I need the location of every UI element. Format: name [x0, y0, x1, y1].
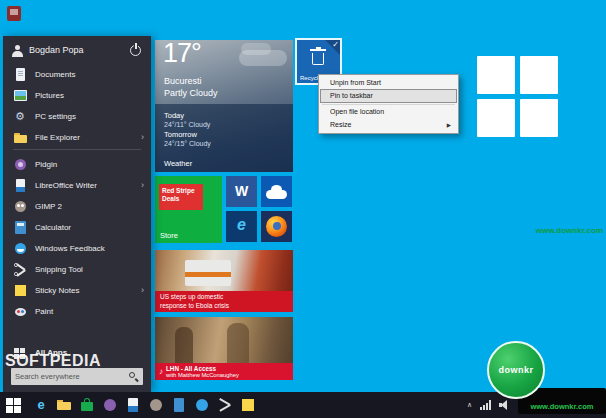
- start-menu-item-paint[interactable]: Paint: [3, 301, 151, 322]
- context-menu-item-unpin-from-start[interactable]: Unpin from Start: [321, 77, 456, 90]
- taskbar-file-explorer-icon[interactable]: [55, 396, 73, 414]
- taskbar-store-icon[interactable]: [78, 396, 96, 414]
- search-icon[interactable]: [128, 371, 140, 383]
- taskbar-libreoffice-writer-icon[interactable]: [124, 396, 142, 414]
- windows-logo-pane: [477, 99, 515, 137]
- watermark-downkr-logo: downkr: [487, 341, 545, 399]
- music-tile[interactable]: ♪ LHN - All Access with Matthew McConaug…: [155, 317, 293, 380]
- music-caption-banner: ♪ LHN - All Access with Matthew McConaug…: [155, 363, 293, 380]
- weather-app-label: Weather: [164, 159, 192, 168]
- snipping-tool-icon: [14, 263, 27, 276]
- user-avatar-icon: [11, 44, 24, 57]
- start-menu-item-libreoffice-writer[interactable]: LibreOffice Writer ›: [3, 175, 151, 196]
- start-button[interactable]: [6, 398, 21, 413]
- onedrive-cloud-icon: [266, 190, 287, 199]
- start-menu-item-label: Paint: [35, 301, 53, 322]
- start-menu-item-file-explorer[interactable]: File Explorer ›: [3, 127, 151, 148]
- chevron-right-icon[interactable]: ›: [141, 127, 144, 148]
- word-icon: W: [226, 183, 257, 199]
- desktop-icon[interactable]: [7, 6, 21, 21]
- ie-letter: e: [32, 397, 50, 412]
- start-menu-item-calculator[interactable]: Calculator: [3, 217, 151, 238]
- volume-icon[interactable]: [499, 400, 510, 410]
- context-menu-item-label: Unpin from Start: [330, 79, 381, 86]
- taskbar-sticky-notes-icon[interactable]: [239, 396, 257, 414]
- start-menu-item-label: Documents: [35, 64, 75, 85]
- search-input[interactable]: [11, 368, 128, 385]
- forecast-tomorrow-label: Tomorrow: [164, 130, 293, 139]
- watermark-softpedia: SOFTPEDIA: [5, 352, 101, 370]
- start-menu-item-gimp[interactable]: GIMP 2: [3, 196, 151, 217]
- start-menu-item-pidgin[interactable]: Pidgin: [3, 154, 151, 175]
- taskbar-gimp-icon[interactable]: [147, 396, 165, 414]
- weather-temperature: 17°: [163, 40, 201, 69]
- context-menu-item-open-file-location[interactable]: Open file location: [321, 106, 456, 119]
- start-menu-item-sticky-notes[interactable]: Sticky Notes ›: [3, 280, 151, 301]
- weather-tile[interactable]: 17° Bucuresti Partly Cloudy Today 24°/11…: [155, 40, 293, 172]
- music-photo-shape: [175, 327, 193, 367]
- taskbar-internet-explorer-icon[interactable]: e: [32, 396, 50, 414]
- windows-logo-pane: [520, 99, 558, 137]
- documents-icon: [14, 68, 27, 81]
- start-menu-item-label: Windows Feedback: [35, 238, 105, 259]
- context-menu-item-label: Pin to taskbar: [330, 92, 373, 99]
- forecast-today-label: Today: [164, 111, 293, 120]
- taskbar-pidgin-icon[interactable]: [101, 396, 119, 414]
- check-icon: ✓: [332, 40, 339, 49]
- chevron-right-icon[interactable]: ›: [141, 175, 144, 196]
- taskbar-calculator-icon[interactable]: [170, 396, 188, 414]
- network-icon[interactable]: [480, 400, 491, 410]
- gimp-icon: [14, 200, 27, 213]
- weather-condition: Partly Cloudy: [164, 88, 218, 98]
- start-icon-pane: [6, 398, 13, 405]
- start-menu-item-documents[interactable]: Documents: [3, 64, 151, 85]
- tile-context-menu: Unpin from Start Pin to taskbar Open fil…: [318, 74, 459, 134]
- context-menu-item-pin-to-taskbar[interactable]: Pin to taskbar: [321, 90, 456, 103]
- start-menu-item-label: Calculator: [35, 217, 71, 238]
- internet-explorer-tile[interactable]: e: [226, 211, 257, 242]
- gear-icon: ⚙: [15, 110, 25, 123]
- store-tile[interactable]: Red Stripe Deals Store: [155, 176, 222, 243]
- paint-icon: [14, 305, 27, 318]
- music-caption-line: LHN - All Access: [166, 365, 239, 372]
- context-menu-item-label: Open file location: [330, 108, 384, 115]
- tray-chevron-up-icon[interactable]: ∧: [467, 401, 472, 409]
- pidgin-icon: [14, 158, 27, 171]
- store-promo-banner: Red Stripe Deals: [159, 184, 203, 210]
- start-menu-item-label: Snipping Tool: [35, 259, 83, 280]
- context-menu-item-resize[interactable]: Resize ▶: [321, 119, 456, 132]
- windows-wallpaper-logo: [477, 56, 558, 137]
- start-menu-item-label: PC settings: [35, 106, 76, 127]
- chevron-right-icon[interactable]: ›: [141, 280, 144, 301]
- news-headline-banner: US steps up domestic response to Ebola c…: [155, 291, 293, 312]
- power-button[interactable]: [130, 43, 143, 56]
- user-account-button[interactable]: Bogdan Popa: [11, 42, 84, 58]
- start-icon-pane: [6, 406, 13, 413]
- start-menu-item-pictures[interactable]: Pictures: [3, 85, 151, 106]
- start-menu-item-pc-settings[interactable]: ⚙ PC settings: [3, 106, 151, 127]
- start-menu-item-label: LibreOffice Writer: [35, 175, 97, 196]
- desktop-icon-glyph: [10, 9, 18, 15]
- start-menu-item-snipping-tool[interactable]: Snipping Tool: [3, 259, 151, 280]
- taskbar-snipping-tool-icon[interactable]: [216, 396, 234, 414]
- start-icon-pane: [14, 398, 21, 405]
- forecast-today-value: 24°/11° Cloudy: [164, 121, 293, 128]
- windows-feedback-icon: [14, 242, 27, 255]
- start-menu-item-label: File Explorer: [35, 127, 80, 148]
- music-photo-shape: [227, 323, 249, 367]
- start-menu: Bogdan Popa Documents Pictures ⚙ PC sett…: [3, 36, 151, 392]
- music-caption-line: with Matthew McConaughey: [166, 372, 239, 379]
- cloud-shape: [239, 50, 287, 66]
- taskbar-windows-feedback-icon[interactable]: [193, 396, 211, 414]
- firefox-tile[interactable]: [261, 211, 292, 242]
- libreoffice-writer-icon: [14, 179, 27, 192]
- start-menu-item-label: Pictures: [35, 85, 64, 106]
- context-menu-item-label: Resize: [330, 121, 351, 128]
- store-app-label: Store: [160, 231, 178, 240]
- word-tile[interactable]: W: [226, 176, 257, 207]
- start-menu-item-windows-feedback[interactable]: Windows Feedback: [3, 238, 151, 259]
- pc-settings-icon: ⚙: [14, 110, 27, 123]
- onedrive-tile[interactable]: [261, 176, 292, 207]
- news-tile[interactable]: US steps up domestic response to Ebola c…: [155, 250, 293, 312]
- forecast-tomorrow-value: 24°/15° Cloudy: [164, 140, 293, 147]
